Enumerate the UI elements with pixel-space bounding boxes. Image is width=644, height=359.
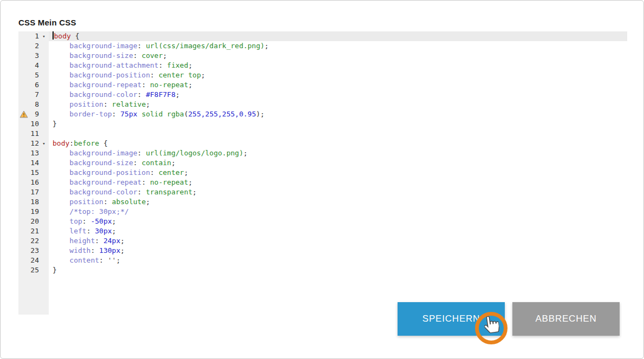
token: background-attachment <box>69 61 158 69</box>
warning-slot <box>19 266 28 274</box>
code-line-19[interactable]: 19 /*top: 30px;*/ <box>18 207 627 217</box>
code-line-4[interactable]: 4 background-attachment: fixed; <box>18 61 627 70</box>
token <box>53 42 69 50</box>
token <box>53 237 69 245</box>
code-text[interactable]: background-repeat: no-repeat; <box>49 178 627 187</box>
code-text[interactable]: background-repeat: no-repeat; <box>49 80 627 90</box>
code-text[interactable]: position: absolute; <box>49 197 627 207</box>
code-line-8[interactable]: 8 position: relative; <box>18 100 627 109</box>
code-line-5[interactable]: 5 background-position: center top; <box>18 70 627 80</box>
code-text[interactable]: background-size: contain; <box>49 158 627 168</box>
token: ; <box>188 81 192 89</box>
token: 30px <box>95 227 112 235</box>
code-line-12[interactable]: 12▾body:before { <box>18 139 627 148</box>
warning-slot <box>19 218 28 225</box>
code-line-15[interactable]: 15 background-position: center; <box>18 168 627 178</box>
code-text[interactable]: background-image: url(css/images/dark_re… <box>49 41 627 51</box>
code-text[interactable]: left: 30px; <box>49 226 627 236</box>
code-text[interactable]: body:before { <box>49 139 627 148</box>
code-line-21[interactable]: 21 left: 30px; <box>18 226 627 236</box>
token: body <box>54 32 71 40</box>
code-text[interactable]: content: ''; <box>49 256 627 265</box>
token: : <box>133 159 142 167</box>
token: height <box>69 237 95 245</box>
token: ( <box>184 110 188 118</box>
warning-slot <box>19 227 28 235</box>
code-line-10[interactable]: 10} <box>18 119 627 129</box>
code-line-3[interactable]: 3 background-size: cover; <box>18 51 627 61</box>
code-line-1[interactable]: 1▾body { <box>18 31 627 41</box>
css-editor-dialog: CSS Mein CSS 1▾body {2 background-image:… <box>0 0 644 359</box>
token: ; <box>184 168 188 177</box>
token: ; <box>192 188 197 196</box>
warning-slot <box>19 120 28 128</box>
code-text[interactable]: top: -50px; <box>49 217 627 226</box>
code-text[interactable]: background-image: url(img/logos/logo.png… <box>49 148 627 158</box>
code-line-16[interactable]: 16 background-repeat: no-repeat; <box>18 178 627 187</box>
code-line-18[interactable]: 18 position: absolute; <box>18 197 627 207</box>
code-text[interactable] <box>49 129 627 139</box>
code-text[interactable]: background-color: transparent; <box>49 187 627 197</box>
code-line-20[interactable]: 20 top: -50px; <box>18 217 627 226</box>
token: ; <box>146 198 150 206</box>
gutter-cell: 16 <box>18 178 49 187</box>
fold-arrow-icon[interactable]: ▾ <box>40 31 48 41</box>
token: : <box>138 149 146 157</box>
code-text[interactable]: width: 130px; <box>49 246 627 256</box>
code-line-9[interactable]: !9 border-top: 75px solid rgba(255,255,2… <box>18 109 627 119</box>
code-line-11[interactable]: 11 <box>18 129 627 139</box>
code-text[interactable]: background-position: center; <box>49 168 627 178</box>
gutter-cell: 4 <box>18 61 49 70</box>
warning-slot <box>19 140 28 147</box>
gutter-cell: 15 <box>18 168 49 178</box>
fold-arrow-icon[interactable]: ▾ <box>40 139 48 148</box>
save-button[interactable]: SPEICHERN <box>398 302 505 336</box>
token: absolute <box>112 198 146 206</box>
warning-slot <box>19 159 28 167</box>
code-text[interactable]: position: relative; <box>49 100 627 109</box>
code-line-22[interactable]: 22 height: 24px; <box>18 236 627 246</box>
code-line-17[interactable]: 17 background-color: transparent; <box>18 187 627 197</box>
gutter-cell: 8 <box>18 100 49 109</box>
token: ; <box>112 217 116 225</box>
token: center top <box>159 71 201 79</box>
token: ; <box>188 178 192 186</box>
token: ; <box>116 256 120 264</box>
token: : <box>95 237 103 245</box>
code-line-23[interactable]: 23 width: 130px; <box>18 246 627 256</box>
code-text[interactable]: background-attachment: fixed; <box>49 61 627 70</box>
token <box>53 149 69 157</box>
token: : <box>133 51 142 60</box>
code-text[interactable]: } <box>49 265 627 275</box>
code-text[interactable]: /*top: 30px;*/ <box>49 207 627 217</box>
warning-slot <box>19 198 28 206</box>
code-text[interactable]: background-size: cover; <box>49 51 627 61</box>
code-text[interactable]: border-top: 75px solid rgba(255,255,255,… <box>49 109 627 119</box>
css-code-editor[interactable]: 1▾body {2 background-image: url(css/imag… <box>18 31 627 315</box>
cancel-button[interactable]: ABBRECHEN <box>512 302 620 336</box>
token <box>53 168 69 177</box>
code-line-14[interactable]: 14 background-size: contain; <box>18 158 627 168</box>
code-line-25[interactable]: 25} <box>18 265 627 275</box>
code-text[interactable]: background-color: #F8F7F8; <box>49 90 627 100</box>
code-line-6[interactable]: 6 background-repeat: no-repeat; <box>18 80 627 90</box>
warning-slot <box>19 71 28 79</box>
token: -50px <box>90 217 112 225</box>
token: : <box>138 188 146 196</box>
code-line-2[interactable]: 2 background-image: url(css/images/dark_… <box>18 41 627 51</box>
gutter-cell: 25 <box>18 265 49 275</box>
token: transparent <box>146 188 192 196</box>
gutter-cell: 3 <box>18 51 49 61</box>
code-text[interactable]: height: 24px; <box>49 236 627 246</box>
code-line-13[interactable]: 13 background-image: url(img/logos/logo.… <box>18 148 627 158</box>
code-text[interactable]: body { <box>49 31 627 41</box>
gutter-cell: 12▾ <box>18 139 49 148</box>
token <box>53 227 69 235</box>
token: url(img/logos/logo.png) <box>146 149 243 157</box>
code-line-7[interactable]: 7 background-color: #F8F7F8; <box>18 90 627 100</box>
token: body <box>53 139 69 147</box>
code-text[interactable]: background-position: center top; <box>49 70 627 80</box>
code-text[interactable]: } <box>49 119 627 129</box>
code-line-24[interactable]: 24 content: ''; <box>18 256 627 265</box>
token: background-repeat <box>69 81 141 89</box>
